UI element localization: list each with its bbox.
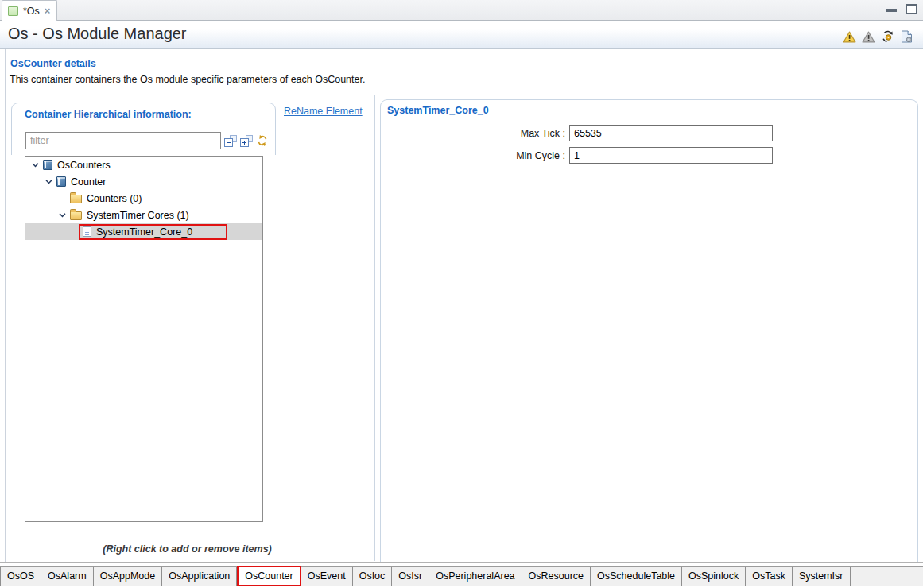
min-cycle-label: Min Cycle : bbox=[381, 150, 569, 161]
min-cycle-row: Min Cycle : bbox=[381, 147, 773, 164]
right-click-hint: (Right click to add or remove items) bbox=[11, 544, 363, 555]
container-hierarchy-title: Container Hierarchical information: bbox=[25, 109, 192, 120]
bottom-tab-osalarm[interactable]: OsAlarm bbox=[41, 567, 94, 586]
module-tabs: OsOSOsAlarmOsAppModeOsApplicationOsCount… bbox=[0, 566, 923, 586]
tree-item-label: Counters (0) bbox=[87, 193, 142, 204]
container-hierarchy-section: Container Hierarchical information: bbox=[11, 103, 276, 155]
details-title: SystemTimer_Core_0 bbox=[387, 105, 489, 116]
module-icon bbox=[43, 160, 52, 170]
folder-icon bbox=[70, 195, 82, 203]
sync-gear-icon[interactable] bbox=[881, 30, 894, 43]
max-tick-row: Max Tick : bbox=[381, 125, 773, 141]
bottom-tab-systemisr[interactable]: SystemIsr bbox=[793, 567, 851, 586]
tree-item-systemtimer-cores-1[interactable]: SystemTimer Cores (1) bbox=[25, 207, 262, 223]
details-section: SystemTimer_Core_0 Max Tick :Min Cycle : bbox=[380, 99, 918, 562]
folder-icon bbox=[70, 211, 82, 220]
tree-item-label: OsCounters bbox=[57, 160, 111, 171]
expand-all-icon[interactable] bbox=[240, 135, 253, 147]
tree-item-label: Counter bbox=[71, 176, 106, 188]
chevron-down-icon[interactable] bbox=[56, 210, 68, 221]
page-title: Os - Os Module Manager bbox=[8, 25, 187, 43]
content-left-border bbox=[5, 49, 6, 562]
bottom-tab-oscounter[interactable]: OsCounter bbox=[237, 566, 301, 586]
bottom-tab-bar: OsOSOsAlarmOsAppModeOsApplicationOsCount… bbox=[0, 563, 923, 588]
bottom-tab-osapplication[interactable]: OsApplication bbox=[162, 567, 237, 586]
chevron-down-icon[interactable] bbox=[43, 176, 54, 188]
tree-item-label: SystemTimer_Core_0 bbox=[96, 226, 192, 238]
bottom-tab-osperipheralarea[interactable]: OsPeripheralArea bbox=[429, 567, 522, 586]
editor-tab-strip: *Os × bbox=[0, 0, 923, 21]
tree-item-label: SystemTimer Cores (1) bbox=[87, 210, 189, 221]
section-title: OsCounter details bbox=[10, 58, 96, 69]
editor-tab-label: *Os bbox=[23, 6, 40, 17]
document-icon bbox=[83, 226, 91, 237]
filter-input[interactable] bbox=[25, 132, 221, 149]
bottom-tab-osisr[interactable]: OsIsr bbox=[392, 567, 429, 586]
tree-item-content: Counters (0) bbox=[68, 192, 144, 205]
tree-item-counters-0[interactable]: Counters (0) bbox=[25, 190, 262, 207]
tree-item-content: Counter bbox=[54, 176, 108, 188]
maximize-icon[interactable] bbox=[906, 4, 917, 14]
title-toolbar bbox=[843, 30, 913, 43]
tree-item-counter[interactable]: Counter bbox=[25, 173, 262, 190]
content-area: OsCounter details This container contain… bbox=[0, 49, 923, 562]
close-icon[interactable]: × bbox=[45, 6, 51, 16]
rename-element-link[interactable]: ReName Element bbox=[284, 106, 363, 117]
editor-tab-os[interactable]: *Os × bbox=[2, 0, 57, 21]
warning-yellow-icon[interactable] bbox=[843, 30, 856, 43]
tree-item-content: OsCounters bbox=[41, 159, 113, 172]
bottom-tab-osos[interactable]: OsOS bbox=[0, 567, 41, 586]
min-cycle-input[interactable] bbox=[569, 147, 773, 164]
hierarchy-tree: OsCountersCounterCounters (0)SystemTimer… bbox=[25, 156, 263, 522]
bottom-tab-osevent[interactable]: OsEvent bbox=[301, 567, 353, 586]
module-icon bbox=[56, 176, 66, 187]
bottom-tab-osresource[interactable]: OsResource bbox=[522, 567, 591, 586]
editor-file-icon bbox=[8, 6, 18, 16]
bottom-tab-osscheduletable[interactable]: OsScheduleTable bbox=[591, 567, 682, 586]
minimize-icon[interactable] bbox=[886, 9, 897, 12]
filter-row bbox=[25, 132, 269, 149]
max-tick-input[interactable] bbox=[569, 125, 773, 141]
collapse-all-icon[interactable] bbox=[224, 135, 237, 147]
os-module-manager-window: *Os × Os - Os Module Manager bbox=[0, 0, 923, 588]
refresh-icon[interactable] bbox=[256, 134, 269, 147]
section-description: This container containers the Os module … bbox=[10, 74, 365, 85]
bottom-tab-osioc[interactable]: OsIoc bbox=[353, 567, 393, 586]
max-tick-label: Max Tick : bbox=[381, 128, 569, 139]
tree-item-content: SystemTimer Cores (1) bbox=[68, 209, 192, 222]
tree-item-oscounters[interactable]: OsCounters bbox=[25, 157, 262, 173]
chevron-down-icon[interactable] bbox=[29, 160, 41, 171]
bottom-tab-osappmode[interactable]: OsAppMode bbox=[94, 567, 162, 586]
bottom-tab-osspinlock[interactable]: OsSpinlock bbox=[682, 567, 746, 586]
chevron-spacer bbox=[56, 193, 68, 204]
document-gear-icon[interactable] bbox=[900, 30, 913, 43]
tree-item-systemtimer-core-0[interactable]: SystemTimer_Core_0 bbox=[25, 223, 262, 240]
highlight-red-box: SystemTimer_Core_0 bbox=[79, 224, 227, 240]
bottom-tab-ostask[interactable]: OsTask bbox=[746, 567, 793, 586]
panel-splitter[interactable] bbox=[374, 95, 375, 561]
warning-gray-icon[interactable] bbox=[862, 30, 875, 43]
title-bar: Os - Os Module Manager bbox=[0, 21, 923, 49]
